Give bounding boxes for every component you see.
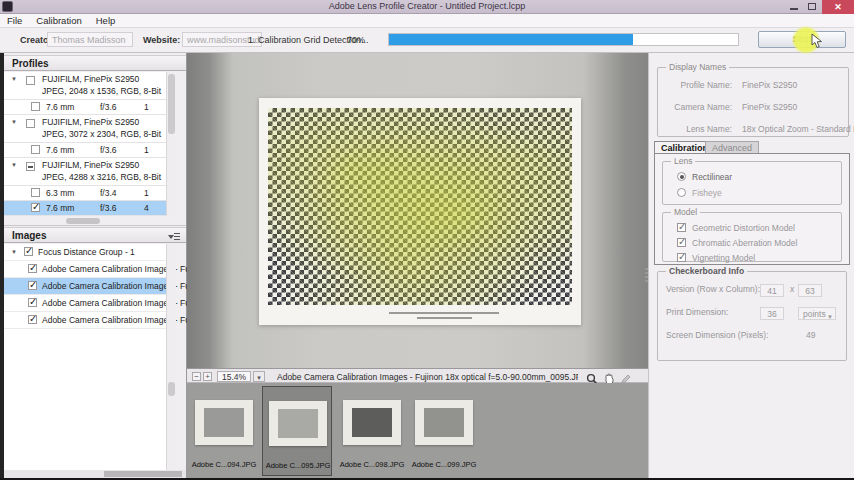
maximize-button[interactable] bbox=[804, 0, 820, 14]
zoom-in-button[interactable]: + bbox=[203, 372, 212, 381]
paper-caption-line bbox=[389, 312, 499, 314]
profile-count: 4 bbox=[144, 203, 149, 213]
profile-focal: 6.3 mm bbox=[46, 188, 74, 198]
panel-divider-grip[interactable] bbox=[645, 268, 648, 282]
website-label: Website: bbox=[143, 35, 180, 45]
profile-focal: 7.6 mm bbox=[46, 145, 74, 155]
profiles-horizontal-scrollbar[interactable] bbox=[4, 217, 186, 226]
lens-name-value[interactable]: 18x Optical Zoom - Standard Lens bbox=[742, 124, 854, 134]
image-row[interactable]: ✓ Adobe Camera Calibration Images - Fuji… bbox=[4, 261, 176, 278]
thumbnail-label: Adobe C...095.JPG bbox=[263, 461, 333, 470]
expander-icon[interactable]: ▼ bbox=[11, 249, 17, 255]
scrollbar-thumb[interactable] bbox=[168, 74, 175, 134]
fisheye-radio[interactable] bbox=[677, 188, 686, 197]
scrollbar-thumb[interactable] bbox=[104, 471, 182, 477]
profile-row[interactable]: 6.3 mm f/3.4 1 bbox=[4, 186, 176, 201]
magnifier-tool-icon[interactable] bbox=[586, 371, 598, 383]
expander-icon[interactable]: ▼ bbox=[11, 76, 17, 82]
scrollbar-thumb[interactable] bbox=[168, 382, 175, 396]
partial-check-icon bbox=[28, 166, 33, 168]
expander-icon[interactable]: ▼ bbox=[11, 119, 17, 125]
image-checkbox[interactable]: ✓ bbox=[28, 298, 37, 307]
profile-group-checkbox[interactable] bbox=[26, 76, 35, 85]
image-checkbox[interactable]: ✓ bbox=[28, 281, 37, 290]
progress-bar bbox=[388, 33, 739, 46]
vignetting-checkbox[interactable]: ✓ bbox=[677, 253, 686, 262]
minimize-button[interactable] bbox=[786, 0, 802, 14]
check-icon: ✓ bbox=[678, 221, 686, 232]
profile-row[interactable]: 7.6 mm f/3.6 1 bbox=[4, 100, 176, 115]
display-names-legend: Display Names bbox=[666, 62, 729, 72]
profiles-vertical-scrollbar[interactable] bbox=[166, 72, 176, 216]
camera-name-value[interactable]: FinePix S2950 bbox=[742, 102, 797, 112]
profile-row-selected[interactable]: ✓ 7.6 mm f/3.6 4 bbox=[4, 201, 176, 216]
creator-input[interactable]: Thomas Madisson bbox=[47, 32, 133, 47]
screen-dimension-label: Screen Dimension (Pixels): bbox=[666, 330, 769, 340]
zoom-level-field[interactable]: 15.4% bbox=[217, 371, 251, 382]
thumbnail-selected[interactable]: Adobe C...095.JPG bbox=[262, 386, 332, 476]
image-group-checkbox[interactable]: ✓ bbox=[24, 247, 33, 256]
print-unit-dropdown[interactable]: points▼ bbox=[798, 307, 836, 320]
title-bar: Adobe Lens Profile Creator - Untitled Pr… bbox=[0, 0, 854, 14]
thumbnail[interactable]: Adobe C...094.JPG bbox=[189, 386, 259, 476]
profile-group-checkbox-partial[interactable] bbox=[26, 162, 35, 171]
profile-group-row[interactable]: ▼ FUJIFILM, FinePix S2950 JPEG, 4288 x 3… bbox=[4, 158, 176, 186]
thumbnail[interactable]: Adobe C...098.JPG bbox=[337, 386, 407, 476]
image-row[interactable]: ✓ Adobe Camera Calibration Images - Fuji… bbox=[4, 295, 176, 312]
thumbnail[interactable]: Adobe C...099.JPG bbox=[409, 386, 479, 476]
panel-menu-icon[interactable] bbox=[168, 233, 180, 240]
chromatic-aberration-checkbox[interactable]: ✓ bbox=[677, 238, 686, 247]
hand-tool-icon[interactable] bbox=[603, 371, 615, 383]
expander-icon[interactable]: ▼ bbox=[11, 162, 17, 168]
calibration-photo[interactable] bbox=[187, 53, 648, 368]
profile-checkbox-checked[interactable]: ✓ bbox=[31, 203, 40, 212]
lens-group: Lens Rectilinear Fisheye bbox=[662, 161, 842, 205]
image-row[interactable]: ✓ Adobe Camera Calibration Images - Fuji… bbox=[4, 312, 176, 329]
images-horizontal-scrollbar[interactable] bbox=[4, 470, 186, 478]
print-dimension-label: Print Dimension: bbox=[666, 307, 728, 317]
thumbnail-image bbox=[343, 400, 401, 445]
rectilinear-label: Rectilinear bbox=[692, 172, 732, 182]
checkerboard-info-legend: Checkerboard Info bbox=[666, 266, 747, 276]
scrollbar-thumb[interactable] bbox=[66, 218, 100, 224]
display-names-group: Display Names Profile Name: FinePix S295… bbox=[657, 67, 849, 137]
zoom-out-button[interactable]: − bbox=[192, 372, 201, 381]
profile-checkbox[interactable] bbox=[31, 188, 40, 197]
geometric-distortion-checkbox[interactable]: ✓ bbox=[677, 223, 686, 232]
profile-aperture: f/3.6 bbox=[100, 102, 117, 112]
thumbnail-image bbox=[415, 400, 473, 445]
profile-name-value[interactable]: FinePix S2950 bbox=[742, 80, 797, 90]
profile-group-row[interactable]: ▼ FUJIFILM, FinePix S2950 JPEG, 3072 x 2… bbox=[4, 115, 176, 143]
profile-format: JPEG, 3072 x 2304, RGB, 8-Bit bbox=[42, 129, 161, 139]
thumbnail-label: Adobe C...098.JPG bbox=[337, 460, 407, 469]
version-cols-field[interactable]: 63 bbox=[798, 284, 822, 297]
check-icon: ✓ bbox=[25, 245, 33, 256]
chromatic-aberration-label: Chromatic Aberration Model bbox=[692, 238, 797, 248]
zoom-dropdown-button[interactable]: ▾ bbox=[253, 371, 265, 382]
rectilinear-radio[interactable] bbox=[677, 172, 686, 181]
print-unit-value: points bbox=[803, 309, 826, 319]
profile-checkbox[interactable] bbox=[31, 102, 40, 111]
menu-calibration[interactable]: Calibration bbox=[29, 14, 88, 27]
menu-help[interactable]: Help bbox=[89, 14, 123, 27]
image-checkbox[interactable]: ✓ bbox=[28, 264, 37, 273]
pencil-tool-icon[interactable] bbox=[620, 371, 632, 383]
profile-aperture: f/3.4 bbox=[100, 188, 117, 198]
image-group-row[interactable]: ▼ ✓ Focus Distance Group - 1 bbox=[4, 244, 176, 261]
checkerboard-pattern bbox=[268, 108, 572, 305]
profile-checkbox[interactable] bbox=[31, 145, 40, 154]
version-rows-field[interactable]: 41 bbox=[760, 284, 784, 297]
check-icon: ✓ bbox=[32, 201, 40, 212]
print-dimension-field[interactable]: 36 bbox=[760, 307, 784, 320]
image-checkbox[interactable]: ✓ bbox=[28, 315, 37, 324]
check-icon: ✓ bbox=[29, 262, 37, 273]
profile-row[interactable]: 7.6 mm f/3.6 1 bbox=[4, 143, 176, 158]
profile-group-row[interactable]: ▼ FUJIFILM, FinePix S2950 JPEG, 2048 x 1… bbox=[4, 72, 176, 100]
menu-file[interactable]: File bbox=[0, 14, 29, 27]
check-icon: ✓ bbox=[29, 279, 37, 290]
images-vertical-scrollbar[interactable] bbox=[166, 244, 176, 472]
image-row-selected[interactable]: ✓ Adobe Camera Calibration Images - Fuji… bbox=[4, 278, 176, 295]
checkerboard-info-group: Checkerboard Info Version (Row x Column)… bbox=[657, 271, 847, 361]
profile-group-checkbox[interactable] bbox=[26, 119, 35, 128]
close-button[interactable]: ✕ bbox=[822, 0, 854, 14]
